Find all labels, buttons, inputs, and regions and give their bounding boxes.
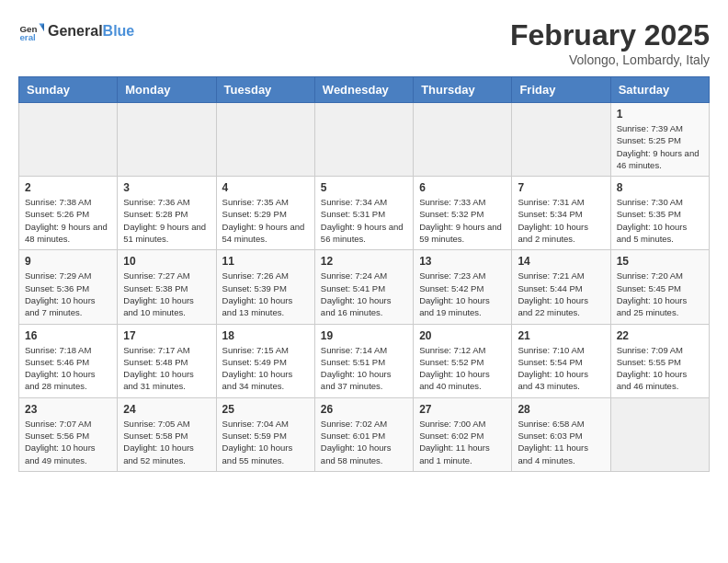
calendar-cell: 12Sunrise: 7:24 AM Sunset: 5:41 PM Dayli…	[314, 250, 413, 324]
calendar-cell: 13Sunrise: 7:23 AM Sunset: 5:42 PM Dayli…	[414, 250, 512, 324]
day-info: Sunrise: 7:04 AM Sunset: 5:59 PM Dayligh…	[222, 418, 309, 466]
day-number: 23	[25, 403, 111, 416]
logo-icon: Gen eral	[18, 18, 44, 44]
calendar-cell: 22Sunrise: 7:09 AM Sunset: 5:55 PM Dayli…	[610, 324, 709, 397]
day-info: Sunrise: 7:07 AM Sunset: 5:56 PM Dayligh…	[25, 418, 111, 466]
calendar-cell	[512, 103, 610, 177]
calendar-cell: 27Sunrise: 7:00 AM Sunset: 6:02 PM Dayli…	[414, 397, 512, 471]
calendar-cell: 10Sunrise: 7:27 AM Sunset: 5:38 PM Dayli…	[118, 250, 216, 324]
calendar-cell	[610, 397, 709, 471]
calendar-cell: 16Sunrise: 7:18 AM Sunset: 5:46 PM Dayli…	[19, 324, 118, 397]
day-number: 17	[123, 329, 210, 342]
title-area: February 2025 Volongo, Lombardy, Italy	[510, 18, 710, 67]
day-number: 20	[419, 329, 506, 342]
day-number: 25	[222, 403, 309, 416]
day-number: 9	[25, 255, 111, 268]
calendar-week-1: 1Sunrise: 7:39 AM Sunset: 5:25 PM Daylig…	[19, 103, 710, 177]
day-info: Sunrise: 7:29 AM Sunset: 5:36 PM Dayligh…	[25, 270, 111, 318]
day-info: Sunrise: 6:58 AM Sunset: 6:03 PM Dayligh…	[518, 418, 604, 466]
day-number: 3	[123, 181, 210, 194]
page-header: Gen eral GeneralBlue February 2025 Volon…	[18, 18, 710, 67]
calendar-cell: 18Sunrise: 7:15 AM Sunset: 5:49 PM Dayli…	[216, 324, 314, 397]
day-number: 19	[321, 329, 407, 342]
calendar-subtitle: Volongo, Lombardy, Italy	[510, 52, 710, 67]
calendar-cell: 7Sunrise: 7:31 AM Sunset: 5:34 PM Daylig…	[512, 177, 610, 250]
day-number: 16	[25, 329, 111, 342]
calendar-table: SundayMondayTuesdayWednesdayThursdayFrid…	[18, 76, 710, 472]
day-number: 1	[617, 108, 703, 121]
calendar-cell	[118, 103, 216, 177]
calendar-cell: 6Sunrise: 7:33 AM Sunset: 5:32 PM Daylig…	[414, 177, 512, 250]
day-info: Sunrise: 7:39 AM Sunset: 5:25 PM Dayligh…	[617, 122, 703, 171]
calendar-cell	[314, 103, 413, 177]
weekday-header-friday: Friday	[512, 77, 610, 103]
calendar-cell: 26Sunrise: 7:02 AM Sunset: 6:01 PM Dayli…	[314, 397, 413, 471]
weekday-header-tuesday: Tuesday	[216, 77, 314, 103]
day-number: 12	[321, 255, 407, 268]
day-info: Sunrise: 7:27 AM Sunset: 5:38 PM Dayligh…	[123, 270, 210, 318]
calendar-cell: 9Sunrise: 7:29 AM Sunset: 5:36 PM Daylig…	[19, 250, 118, 324]
calendar-week-3: 9Sunrise: 7:29 AM Sunset: 5:36 PM Daylig…	[19, 250, 710, 324]
calendar-cell: 11Sunrise: 7:26 AM Sunset: 5:39 PM Dayli…	[216, 250, 314, 324]
day-info: Sunrise: 7:31 AM Sunset: 5:34 PM Dayligh…	[518, 196, 604, 245]
day-number: 13	[419, 255, 506, 268]
calendar-cell: 4Sunrise: 7:35 AM Sunset: 5:29 PM Daylig…	[216, 177, 314, 250]
calendar-week-5: 23Sunrise: 7:07 AM Sunset: 5:56 PM Dayli…	[19, 397, 710, 471]
day-info: Sunrise: 7:38 AM Sunset: 5:26 PM Dayligh…	[25, 196, 111, 245]
weekday-header-wednesday: Wednesday	[314, 77, 413, 103]
day-number: 4	[222, 181, 309, 194]
day-number: 15	[617, 255, 703, 268]
day-number: 10	[123, 255, 210, 268]
day-number: 24	[123, 403, 210, 416]
calendar-cell: 8Sunrise: 7:30 AM Sunset: 5:35 PM Daylig…	[610, 177, 709, 250]
day-number: 5	[321, 181, 407, 194]
calendar-cell: 19Sunrise: 7:14 AM Sunset: 5:51 PM Dayli…	[314, 324, 413, 397]
calendar-week-4: 16Sunrise: 7:18 AM Sunset: 5:46 PM Dayli…	[19, 324, 710, 397]
calendar-cell: 5Sunrise: 7:34 AM Sunset: 5:31 PM Daylig…	[314, 177, 413, 250]
calendar-cell: 24Sunrise: 7:05 AM Sunset: 5:58 PM Dayli…	[118, 397, 216, 471]
calendar-cell: 3Sunrise: 7:36 AM Sunset: 5:28 PM Daylig…	[118, 177, 216, 250]
day-info: Sunrise: 7:17 AM Sunset: 5:48 PM Dayligh…	[123, 344, 210, 393]
day-info: Sunrise: 7:23 AM Sunset: 5:42 PM Dayligh…	[419, 270, 506, 318]
day-number: 7	[518, 181, 604, 194]
day-number: 21	[518, 329, 604, 342]
day-info: Sunrise: 7:15 AM Sunset: 5:49 PM Dayligh…	[222, 344, 309, 393]
calendar-cell: 14Sunrise: 7:21 AM Sunset: 5:44 PM Dayli…	[512, 250, 610, 324]
calendar-cell: 25Sunrise: 7:04 AM Sunset: 5:59 PM Dayli…	[216, 397, 314, 471]
calendar-cell: 15Sunrise: 7:20 AM Sunset: 5:45 PM Dayli…	[610, 250, 709, 324]
calendar-cell: 28Sunrise: 6:58 AM Sunset: 6:03 PM Dayli…	[512, 397, 610, 471]
calendar-cell	[19, 103, 118, 177]
day-number: 22	[617, 329, 703, 342]
day-number: 18	[222, 329, 309, 342]
day-info: Sunrise: 7:12 AM Sunset: 5:52 PM Dayligh…	[419, 344, 506, 393]
day-info: Sunrise: 7:26 AM Sunset: 5:39 PM Dayligh…	[222, 270, 309, 318]
svg-text:eral: eral	[19, 32, 36, 42]
day-info: Sunrise: 7:34 AM Sunset: 5:31 PM Dayligh…	[321, 196, 407, 245]
calendar-cell: 2Sunrise: 7:38 AM Sunset: 5:26 PM Daylig…	[19, 177, 118, 250]
day-info: Sunrise: 7:36 AM Sunset: 5:28 PM Dayligh…	[123, 196, 210, 245]
day-info: Sunrise: 7:18 AM Sunset: 5:46 PM Dayligh…	[25, 344, 111, 393]
day-info: Sunrise: 7:00 AM Sunset: 6:02 PM Dayligh…	[419, 418, 506, 466]
day-info: Sunrise: 7:21 AM Sunset: 5:44 PM Dayligh…	[518, 270, 604, 318]
day-number: 11	[222, 255, 309, 268]
day-number: 26	[321, 403, 407, 416]
day-number: 8	[617, 181, 703, 194]
day-info: Sunrise: 7:05 AM Sunset: 5:58 PM Dayligh…	[123, 418, 210, 466]
day-number: 28	[518, 403, 604, 416]
calendar-cell: 17Sunrise: 7:17 AM Sunset: 5:48 PM Dayli…	[118, 324, 216, 397]
day-info: Sunrise: 7:24 AM Sunset: 5:41 PM Dayligh…	[321, 270, 407, 318]
calendar-cell: 20Sunrise: 7:12 AM Sunset: 5:52 PM Dayli…	[414, 324, 512, 397]
logo: Gen eral GeneralBlue	[18, 18, 134, 44]
calendar-cell	[216, 103, 314, 177]
day-number: 2	[25, 181, 111, 194]
weekday-header-monday: Monday	[118, 77, 216, 103]
day-info: Sunrise: 7:09 AM Sunset: 5:55 PM Dayligh…	[617, 344, 703, 393]
calendar-body: 1Sunrise: 7:39 AM Sunset: 5:25 PM Daylig…	[19, 103, 710, 472]
calendar-cell: 23Sunrise: 7:07 AM Sunset: 5:56 PM Dayli…	[19, 397, 118, 471]
day-number: 6	[419, 181, 506, 194]
calendar-cell	[414, 103, 512, 177]
day-info: Sunrise: 7:33 AM Sunset: 5:32 PM Dayligh…	[419, 196, 506, 245]
weekday-header-saturday: Saturday	[610, 77, 709, 103]
calendar-cell: 1Sunrise: 7:39 AM Sunset: 5:25 PM Daylig…	[610, 103, 709, 177]
day-info: Sunrise: 7:20 AM Sunset: 5:45 PM Dayligh…	[617, 270, 703, 318]
